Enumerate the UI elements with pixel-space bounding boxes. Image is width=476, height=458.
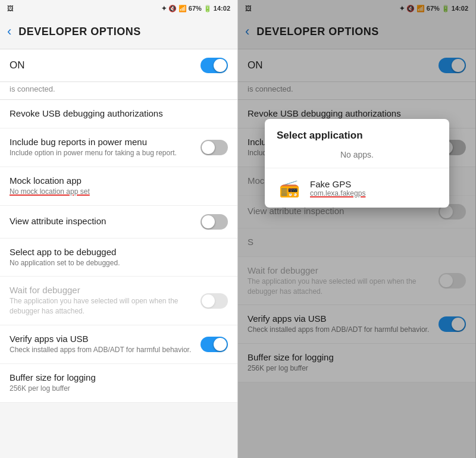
left-mock-location-title: Mock location app (10, 175, 228, 186)
left-revoke-usb-title: Revoke USB debugging authorizations (10, 108, 228, 118)
fake-gps-name: Fake GPS (310, 179, 437, 189)
left-wait-debugger-text: Wait for debugger The application you ha… (10, 285, 201, 316)
left-buffer-logging-item[interactable]: Buffer size for logging 256K per log buf… (0, 364, 237, 403)
left-on-toggle[interactable] (201, 58, 228, 73)
left-verify-usb-toggle[interactable] (201, 337, 228, 352)
right-panel-wrapper: 🖼 ✦ 🔇 📶 67% 🔋 14:02 ‹ DEVELOPER OPTIONS … (238, 0, 476, 458)
left-back-button[interactable]: ‹ (5, 21, 14, 42)
left-wait-debugger-title: Wait for debugger (10, 285, 193, 295)
left-bug-reports-item: Include bug reports in power menu Includ… (0, 128, 237, 167)
battery-text: 67% (189, 5, 202, 12)
dialog-title: Select application (265, 119, 449, 148)
select-app-dialog: Select application No apps. 📻 Fake GPS c… (265, 119, 449, 208)
dialog-overlay[interactable]: Select application No apps. 📻 Fake GPS c… (238, 0, 476, 458)
left-on-row: ON (0, 49, 237, 82)
dialog-no-apps: No apps. (265, 148, 449, 168)
fake-gps-icon: 📻 (277, 175, 302, 200)
left-view-attribute-item: View attribute inspection (0, 206, 237, 239)
left-verify-usb-title: Verify apps via USB (10, 334, 193, 344)
left-wait-debugger-toggle (201, 293, 228, 309)
mute-icon: 🔇 (168, 5, 177, 12)
fake-gps-info: Fake GPS com.lexa.fakegps (310, 179, 437, 197)
left-panel: 🖼 ✦ 🔇 📶 67% 🔋 14:02 ‹ DEVELOPER OPTIONS … (0, 0, 238, 458)
left-bug-reports-title: Include bug reports in power menu (10, 137, 193, 147)
left-content: ON is connected. Revoke USB debugging au… (0, 49, 237, 458)
left-wait-debugger-subtitle: The application you have selected will o… (10, 296, 193, 316)
left-verify-usb-item: Verify apps via USB Check installed apps… (0, 325, 237, 364)
left-view-attribute-title: View attribute inspection (10, 216, 193, 226)
left-header-title: DEVELOPER OPTIONS (18, 26, 141, 38)
left-revoke-usb-item[interactable]: Revoke USB debugging authorizations (0, 100, 237, 128)
fake-gps-package: com.lexa.fakegps (310, 189, 437, 197)
left-on-label: ON (10, 59, 25, 71)
bluetooth-icon: ✦ (161, 5, 167, 12)
left-time: 14:02 (214, 5, 230, 12)
left-view-attribute-toggle[interactable] (201, 214, 228, 230)
left-wait-debugger-item: Wait for debugger The application you ha… (0, 277, 237, 325)
left-debug-app-subtitle: No application set to be debugged. (10, 258, 228, 268)
left-status-right: ✦ 🔇 📶 67% 🔋 14:02 (161, 5, 230, 12)
left-bug-reports-toggle[interactable] (201, 140, 228, 155)
fake-gps-item[interactable]: 📻 Fake GPS com.lexa.fakegps (265, 168, 449, 208)
left-connected-text: is connected. (0, 82, 237, 100)
camera-icon: 🖼 (7, 5, 14, 12)
left-buffer-logging-subtitle: 256K per log buffer (10, 384, 228, 394)
left-debug-app-item[interactable]: Select app to be debugged No application… (0, 239, 237, 277)
left-mock-location-item[interactable]: Mock location app No mock location app s… (0, 167, 237, 206)
left-status-left: 🖼 (7, 5, 14, 12)
left-bug-reports-text: Include bug reports in power menu Includ… (10, 137, 201, 158)
left-verify-usb-subtitle: Check installed apps from ADB/ADT for ha… (10, 345, 193, 355)
left-status-bar: 🖼 ✦ 🔇 📶 67% 🔋 14:02 (0, 0, 237, 17)
left-buffer-logging-title: Buffer size for logging (10, 372, 228, 382)
left-debug-app-title: Select app to be debugged (10, 247, 228, 257)
left-header: ‹ DEVELOPER OPTIONS (0, 17, 237, 49)
left-bug-reports-subtitle: Include option in power menu for taking … (10, 148, 193, 158)
left-verify-usb-text: Verify apps via USB Check installed apps… (10, 334, 201, 355)
signal-icon: 📶 (178, 5, 187, 12)
battery-icon: 🔋 (203, 5, 212, 12)
left-mock-location-subtitle: No mock location app set (10, 187, 228, 197)
left-view-attribute-text: View attribute inspection (10, 216, 201, 227)
